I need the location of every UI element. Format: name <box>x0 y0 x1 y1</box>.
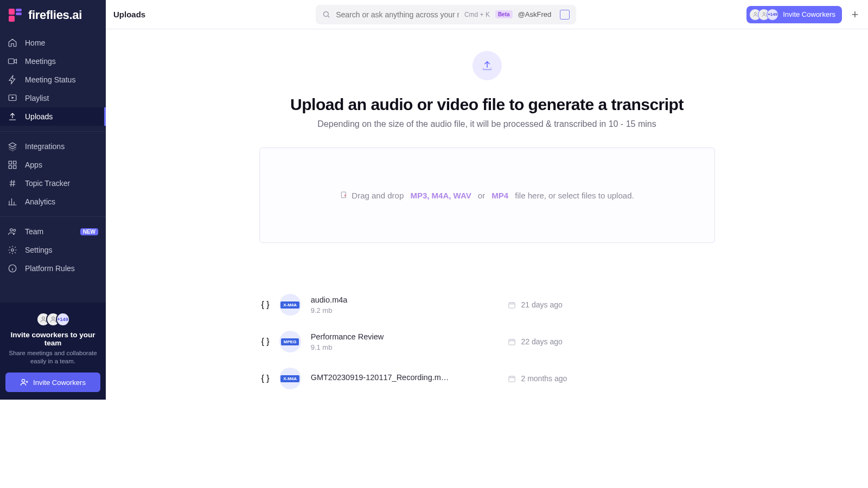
hash-icon <box>8 178 17 188</box>
file-row[interactable]: { }X-M4A GMT20230919-120117_Recording.m…… <box>259 360 715 397</box>
sidebar-item-playlist[interactable]: Playlist <box>0 89 106 107</box>
logo-icon <box>8 8 23 23</box>
main: Uploads Cmd + K Beta @AskFred +149 Invit… <box>106 0 868 400</box>
svg-rect-23 <box>508 376 514 382</box>
beta-badge: Beta <box>495 10 513 18</box>
svg-rect-8 <box>9 166 11 169</box>
nav-label: Uploads <box>25 112 53 121</box>
sidebar-item-integrations[interactable]: Integrations <box>0 137 106 156</box>
calendar-icon <box>508 338 516 346</box>
file-type-icon: X-M4A <box>279 368 301 389</box>
topbar: Uploads Cmd + K Beta @AskFred +149 Invit… <box>106 0 868 29</box>
sidebar-item-team[interactable]: TeamNEW <box>0 222 106 241</box>
nav-label: Apps <box>25 160 42 169</box>
file-type-icon: MPEG <box>279 331 301 352</box>
svg-point-11 <box>14 229 16 232</box>
svg-point-17 <box>324 12 329 17</box>
search-input[interactable] <box>336 10 459 19</box>
grid-icon <box>8 160 17 170</box>
layers-icon <box>8 142 17 151</box>
playlist-icon <box>8 93 17 103</box>
svg-rect-0 <box>9 9 15 15</box>
avatar-stack: +149 <box>5 312 100 326</box>
upload-hero-icon <box>473 51 502 80</box>
svg-point-10 <box>10 229 13 232</box>
add-button[interactable]: + <box>847 7 863 22</box>
home-icon <box>8 38 17 48</box>
svg-rect-21 <box>508 303 514 308</box>
sidebar-item-apps[interactable]: Apps <box>0 156 106 174</box>
nav-label: Analytics <box>25 197 55 206</box>
file-list: { }X-M4A audio.m4a 9.2 mb 21 days ago { … <box>259 286 715 397</box>
nav-label: Settings <box>25 246 53 254</box>
svg-point-18 <box>754 12 756 15</box>
calendar-icon <box>508 375 516 383</box>
sidebar: fireflies.ai HomeMeetingsMeeting StatusP… <box>0 0 106 400</box>
sidebar-item-platform-rules[interactable]: Platform Rules <box>0 259 106 278</box>
nav-label: Integrations <box>25 142 65 151</box>
svg-point-15 <box>52 317 54 319</box>
svg-rect-4 <box>9 59 15 64</box>
svg-rect-7 <box>14 161 16 164</box>
nav-label: Meetings <box>25 57 56 66</box>
invite-title: Invite coworkers to your team <box>5 331 100 347</box>
info-icon <box>8 264 17 273</box>
file-date: 2 months ago <box>508 374 660 383</box>
nav-label: Platform Rules <box>25 264 75 273</box>
avatar-overflow-count: +149 <box>56 312 70 326</box>
file-row[interactable]: { }MPEG Performance Review 9.1 mb 22 day… <box>259 323 715 360</box>
hero-subtitle: Depending on the size of the audio file,… <box>259 119 715 129</box>
logo-text: fireflies.ai <box>28 8 82 22</box>
file-row[interactable]: { }X-M4A audio.m4a 9.2 mb 21 days ago <box>259 286 715 323</box>
search-icon <box>322 10 330 18</box>
invite-panel: +149 Invite coworkers to your team Share… <box>0 303 106 400</box>
user-plus-icon <box>20 378 29 387</box>
nav-label: Meeting Status <box>25 75 75 84</box>
file-type-icon: X-M4A <box>279 294 301 316</box>
svg-rect-22 <box>508 339 514 345</box>
ask-fred-label[interactable]: @AskFred <box>518 10 552 18</box>
sidebar-item-analytics[interactable]: Analytics <box>0 192 106 211</box>
invite-coworkers-button[interactable]: Invite Coworkers <box>5 373 100 392</box>
stop-icon[interactable] <box>560 10 570 20</box>
sidebar-item-meeting-status[interactable]: Meeting Status <box>0 70 106 89</box>
file-name: Performance Review <box>311 332 474 341</box>
file-date: 21 days ago <box>508 300 660 309</box>
svg-point-12 <box>11 249 14 252</box>
bolt-icon <box>8 75 17 85</box>
search-shortcut: Cmd + K <box>464 11 490 18</box>
sidebar-item-uploads[interactable]: Uploads <box>0 107 106 126</box>
svg-rect-9 <box>14 166 16 169</box>
bars-icon <box>8 197 17 207</box>
nav-label: Home <box>25 38 45 47</box>
sidebar-item-meetings[interactable]: Meetings <box>0 52 106 70</box>
page-title: Uploads <box>113 10 145 19</box>
sidebar-item-topic-tracker[interactable]: Topic Tracker <box>0 174 106 192</box>
file-upload-icon <box>340 191 348 200</box>
upload-icon <box>8 112 17 121</box>
file-name: GMT20230919-120117_Recording.m… <box>311 373 474 382</box>
calendar-icon <box>508 301 516 309</box>
invite-subtitle: Share meetings and collaborate easily in… <box>5 349 100 366</box>
avatar-overflow-count: +149 <box>767 9 778 21</box>
file-name: audio.m4a <box>311 296 474 304</box>
file-date: 22 days ago <box>508 337 660 346</box>
file-size: 9.2 mb <box>311 306 498 314</box>
file-size: 9.1 mb <box>311 343 498 351</box>
video-icon <box>8 56 17 66</box>
hero-title: Upload an audio or video file to generat… <box>259 95 715 114</box>
dropzone[interactable]: Drag and drop MP3, M4A, WAV or MP4 file … <box>259 147 715 243</box>
svg-rect-2 <box>16 9 22 11</box>
svg-rect-6 <box>9 161 11 164</box>
svg-point-19 <box>763 12 765 15</box>
svg-point-16 <box>22 380 24 382</box>
logo[interactable]: fireflies.ai <box>0 0 106 30</box>
nav-label: Topic Tracker <box>25 179 70 188</box>
search-bar[interactable]: Cmd + K Beta @AskFred <box>316 5 576 24</box>
sidebar-item-settings[interactable]: Settings <box>0 241 106 259</box>
team-icon <box>8 227 17 236</box>
sidebar-item-home[interactable]: Home <box>0 34 106 52</box>
nav-badge: NEW <box>80 228 98 235</box>
invite-coworkers-top-button[interactable]: +149 Invite Coworkers <box>746 6 842 23</box>
nav: HomeMeetingsMeeting StatusPlaylistUpload… <box>0 30 106 303</box>
